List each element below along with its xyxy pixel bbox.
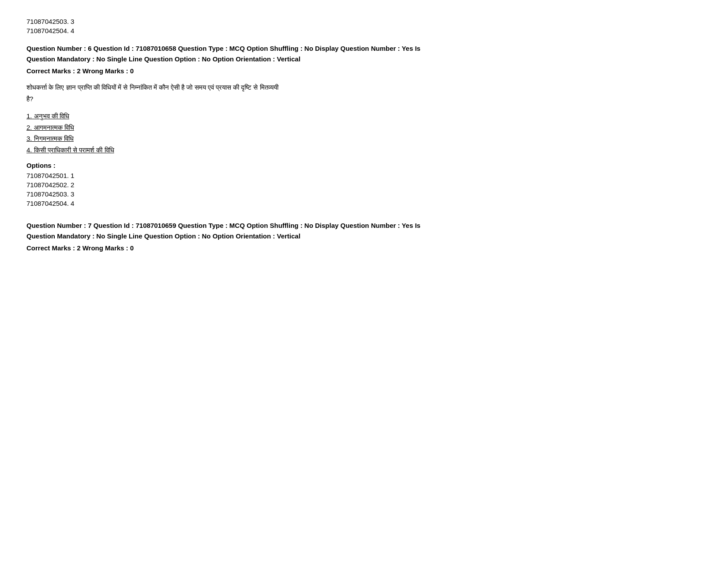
question-6-answer-option4: 71087042504. 4 [26,200,702,207]
question-6-options-list: 1. अनुभव की विधि 2. आगमनात्मक विधि 3. नि… [26,110,702,155]
question-6-answer-option3: 71087042503. 3 [26,190,702,198]
question-6-text-line1: शोधकर्त्ता के लिए ज्ञान प्राप्ति की विधि… [26,82,702,93]
question-6-marks: Correct Marks : 2 Wrong Marks : 0 [26,67,702,75]
question-7-meta-line2: Question Mandatory : No Single Line Ques… [26,231,702,242]
question-7-meta: Question Number : 7 Question Id : 710870… [26,220,702,242]
question-6-meta-line2: Question Mandatory : No Single Line Ques… [26,54,702,64]
question-7-meta-line1: Question Number : 7 Question Id : 710870… [26,220,702,231]
top-option3: 71087042503. 3 [26,18,702,25]
question-6-meta-line1: Question Number : 6 Question Id : 710870… [26,43,702,54]
question-6-option1: 1. अनुभव की विधि [26,110,702,122]
question-6-text: शोधकर्त्ता के लिए ज्ञान प्राप्ति की विधि… [26,82,702,104]
question-6-answer-option2: 71087042502. 2 [26,181,702,189]
question-6-answer-options: 71087042501. 1 71087042502. 2 7108704250… [26,172,702,207]
top-option4: 71087042504. 4 [26,27,702,34]
question-6-option3: 3. निगमनात्मक विधि [26,133,702,144]
question-6-options-label: Options : [26,162,702,169]
question-7-block: Question Number : 7 Question Id : 710870… [26,220,702,252]
question-6-meta: Question Number : 6 Question Id : 710870… [26,43,702,64]
question-6-text-line2: है? [26,93,702,105]
question-7-marks: Correct Marks : 2 Wrong Marks : 0 [26,244,702,252]
question-6-block: Question Number : 6 Question Id : 710870… [26,43,702,207]
top-continuing-options: 71087042503. 3 71087042504. 4 [26,18,702,34]
question-6-answer-option1: 71087042501. 1 [26,172,702,179]
question-6-option4: 4. किसी प्राधिकारी से परामर्श की विधि [26,144,702,156]
question-6-option2: 2. आगमनात्मक विधि [26,122,702,133]
